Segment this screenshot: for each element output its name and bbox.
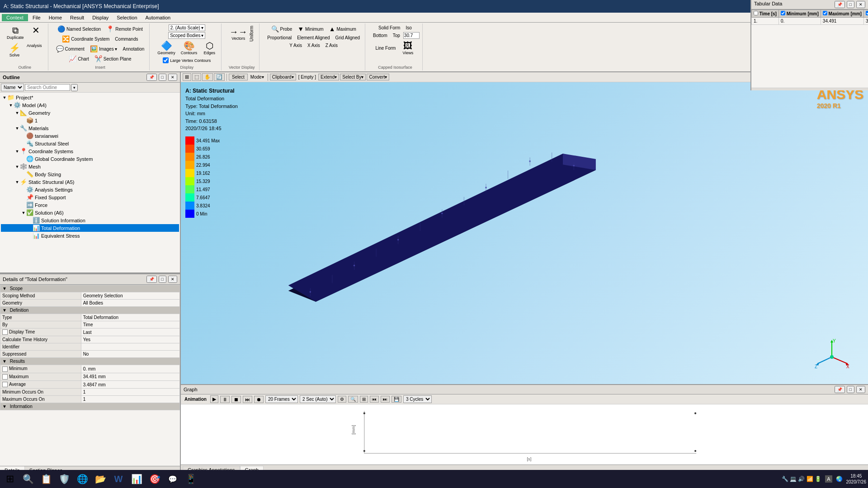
anim-export-button[interactable]: 💾 xyxy=(392,396,401,403)
display-time-checkbox[interactable] xyxy=(2,329,8,335)
anim-pause-button[interactable]: ⏸ xyxy=(220,396,230,403)
anim-record-button[interactable]: ⏺ xyxy=(254,396,264,403)
selection-menu[interactable]: Selection xyxy=(113,14,141,21)
tree-item-total-deformation[interactable]: 📊 Total Deformation xyxy=(1,224,179,232)
frames-select[interactable]: 20 Frames xyxy=(265,395,298,403)
bottom-button[interactable]: Bottom xyxy=(371,32,390,39)
word-button[interactable]: W xyxy=(110,471,127,487)
rotate-button[interactable]: 🔄 xyxy=(214,73,225,81)
browser-button[interactable]: 🌐 xyxy=(74,471,90,487)
name-dropdown[interactable]: Name xyxy=(1,84,24,91)
extend-button[interactable]: Extend▾ xyxy=(318,74,339,80)
tree-item-materials[interactable]: ▼ 🔧 Materials xyxy=(1,124,179,132)
tree-item-fixed-support[interactable]: 📌 Fixed Support xyxy=(1,193,179,201)
tree-item-equivalent-stress[interactable]: 📊 Equivalent Stress xyxy=(1,232,179,239)
top-button[interactable]: Top xyxy=(391,32,402,39)
wechat-button[interactable]: 💬 xyxy=(165,471,181,487)
y-axis-button[interactable]: Y Axis xyxy=(287,42,304,49)
viewport[interactable]: A: Static Structural Total Deformation T… xyxy=(181,82,868,384)
search-outline-button[interactable]: ▾ xyxy=(71,84,78,91)
zoom-box-button[interactable]: ⬚ xyxy=(192,73,201,81)
home-menu[interactable]: Home xyxy=(45,14,66,21)
convert-button[interactable]: Convert▾ xyxy=(367,74,389,80)
expander-mesh[interactable]: ▼ xyxy=(14,164,20,169)
edge-button[interactable]: 🛡️ xyxy=(56,471,72,487)
tabular-expand-button[interactable]: □ xyxy=(847,1,854,8)
tree-item-geometry[interactable]: ▼ 📐 Geometry xyxy=(1,109,179,117)
zoom-fit-button[interactable]: ⊞ xyxy=(183,73,191,81)
outline-pin-button[interactable]: 📌 xyxy=(146,74,157,81)
commands-button[interactable]: Commands xyxy=(113,34,140,43)
comment-button[interactable]: 💬 Comment xyxy=(54,44,87,53)
section-plane-button[interactable]: ✂️ Section Plane xyxy=(92,54,134,63)
display-menu[interactable]: Display xyxy=(89,14,112,21)
expander-model[interactable]: ▼ xyxy=(8,103,14,108)
element-aligned-button[interactable]: Element Aligned xyxy=(295,34,332,41)
graph-pin-button[interactable]: 📌 xyxy=(835,386,845,393)
vectors-button[interactable]: →→ Vectors Uniform xyxy=(227,24,256,43)
search-button[interactable]: 🔍 xyxy=(20,471,36,487)
outline-close-button[interactable]: ✕ xyxy=(168,74,177,81)
tree-item-body1[interactable]: 📦 1 xyxy=(1,117,179,124)
information-section-expander[interactable]: ▼ xyxy=(2,404,7,409)
large-vertex-checkbox[interactable] xyxy=(163,57,169,63)
views-button[interactable]: 🖼 Views xyxy=(399,40,417,56)
iso-button[interactable]: Iso xyxy=(403,24,414,31)
scale-value-input[interactable] xyxy=(403,32,420,39)
anim-forward-button[interactable]: ⏭ xyxy=(243,396,252,403)
expander-materials[interactable]: ▼ xyxy=(14,126,20,131)
anim-grid-button[interactable]: ⊞ xyxy=(360,396,368,403)
remote-point-button[interactable]: 📍 Remote Point xyxy=(104,24,145,33)
tree-item-static-structural[interactable]: ▼ ⚡ Static Structural (A5) xyxy=(1,178,179,186)
scale-dropdown[interactable]: 2. (Auto Scale) ▾ xyxy=(169,24,205,31)
annotation-button[interactable]: Annotation xyxy=(120,44,146,53)
excel-button[interactable]: 📊 xyxy=(128,471,145,487)
contours-button[interactable]: 🎨 Contours xyxy=(179,40,200,56)
col-min-checkbox[interactable] xyxy=(781,11,785,15)
col-avg-checkbox[interactable] xyxy=(866,11,868,15)
anim-stop-button[interactable]: ⏹ xyxy=(231,396,241,403)
analysis-button[interactable]: Analysis xyxy=(24,42,44,59)
details-pin-button[interactable]: 📌 xyxy=(146,276,157,283)
maximum-checkbox[interactable] xyxy=(2,374,8,380)
solid-form-button[interactable]: Solid Form xyxy=(376,24,402,31)
expander-coord[interactable]: ▼ xyxy=(14,149,20,154)
clipboard-button[interactable]: Clipboard▾ xyxy=(270,74,296,80)
named-selection-button[interactable]: 🔵 Named Selection xyxy=(55,24,103,33)
images-button[interactable]: 🖼️ Images ▾ xyxy=(88,44,120,53)
tree-item-force[interactable]: ➡️ Force xyxy=(1,201,179,209)
tree-item-body-sizing[interactable]: 📏 Body Sizing xyxy=(1,170,179,178)
file-menu[interactable]: File xyxy=(29,14,44,21)
tree-item-analysis-settings[interactable]: ⚙️ Analysis Settings xyxy=(1,186,179,193)
select-by-button[interactable]: Select By▾ xyxy=(340,74,366,80)
explorer-button[interactable]: 📂 xyxy=(92,471,108,487)
z-axis-button[interactable]: Z Axis xyxy=(323,42,340,49)
start-button[interactable]: ⊞ xyxy=(2,471,18,487)
context-menu-tab[interactable]: Context xyxy=(2,14,28,21)
tree-item-structural-steel[interactable]: 🔩 Structural Steel xyxy=(1,140,179,147)
tree-item-solution[interactable]: ▼ ✅ Solution (A6) xyxy=(1,209,179,216)
anim-prev-button[interactable]: ⏮ xyxy=(370,396,379,403)
duration-select[interactable]: 2 Sec (Auto) xyxy=(300,395,336,403)
scope-section-expander[interactable]: ▼ xyxy=(2,286,7,291)
solve-button[interactable]: ⚡ Solve xyxy=(5,42,24,59)
tree-item-tanxianwei[interactable]: 🟤 tanxianwei xyxy=(1,132,179,140)
tree-item-mesh[interactable]: ▼ 🕸️ Mesh xyxy=(1,163,179,170)
proportional-button[interactable]: Proportional xyxy=(265,34,294,41)
details-close-button[interactable]: ✕ xyxy=(168,276,177,283)
anim-options-button[interactable]: ⚙ xyxy=(338,396,346,403)
tabular-pin-button[interactable]: 📌 xyxy=(835,1,845,8)
taskview-button[interactable]: 📋 xyxy=(38,471,54,487)
geometry-button[interactable]: 🔷 Geometry xyxy=(155,40,178,56)
tree-item-project[interactable]: ▼ 📁 Project* xyxy=(1,94,179,101)
expander-project[interactable]: ▼ xyxy=(2,95,7,100)
select-button[interactable]: Select xyxy=(229,74,248,80)
chart-button[interactable]: 📈 Chart xyxy=(66,54,91,63)
graph-expand-button[interactable]: □ xyxy=(847,386,854,393)
tabular-close-button[interactable]: ✕ xyxy=(856,1,865,8)
close-outline-button[interactable]: ✕ xyxy=(27,24,45,41)
minimum-button[interactable]: ▼ Minimum xyxy=(295,24,326,33)
outline-expand-button[interactable]: □ xyxy=(159,74,166,81)
result-menu[interactable]: Result xyxy=(66,14,88,21)
graph-close-button[interactable]: ✕ xyxy=(856,386,865,393)
